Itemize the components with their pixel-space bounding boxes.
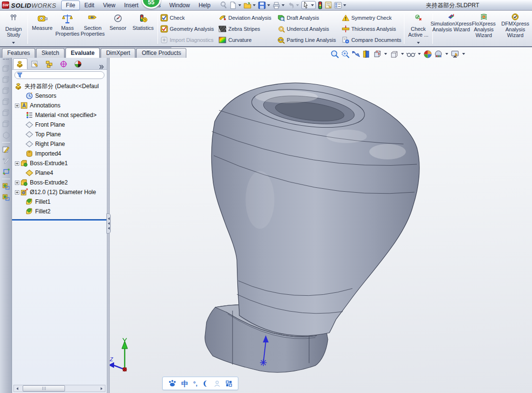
tree-item-material[interactable]: Material <not specified> xyxy=(12,110,107,120)
scroll-right-arrow[interactable] xyxy=(98,385,105,392)
check-button[interactable]: Check xyxy=(160,13,214,23)
curvature-button[interactable]: Curvature xyxy=(219,35,271,45)
file-properties-icon[interactable] xyxy=(324,1,333,9)
menu-view[interactable]: View xyxy=(99,1,120,10)
tab-sketch[interactable]: Sketch xyxy=(36,48,65,58)
panel-collapse-handle[interactable] xyxy=(106,213,111,234)
apply-scene-icon[interactable] xyxy=(434,50,443,59)
expand-toggle[interactable] xyxy=(15,104,19,108)
tree-item-boss-extrude1[interactable]: Boss-Extrude1 xyxy=(12,158,107,168)
ime-punctuation-toggle[interactable]: °, xyxy=(193,380,197,387)
tree-item-fillet1[interactable]: Fillet1 xyxy=(12,197,107,207)
thickness-analysis-button[interactable]: Thickness Analysis xyxy=(342,24,402,34)
view-orientation-icon[interactable] xyxy=(373,50,382,59)
tree-item-diameter-hole[interactable]: Ø12.0 (12) Diameter Hole xyxy=(12,187,107,197)
menu-insert[interactable]: Insert xyxy=(120,1,143,10)
edit-appearance-icon[interactable] xyxy=(423,50,432,59)
parting-line-analysis-button[interactable]: Parting Line Analysis xyxy=(277,35,336,45)
convert-entities-icon[interactable] xyxy=(2,182,10,190)
menu-help[interactable]: Help xyxy=(194,1,215,10)
section-view-icon[interactable] xyxy=(362,50,371,59)
ime-mode-toggle[interactable]: 中 xyxy=(182,380,189,387)
tree-item-right-plane[interactable]: Right Plane xyxy=(12,139,107,149)
menu-file[interactable]: File xyxy=(61,0,80,10)
hide-show-items-icon[interactable] xyxy=(406,50,415,59)
simulationxpress-wizard-button[interactable]: SimulationXpress Analysis Wizard xyxy=(434,12,468,45)
zoom-to-area-icon[interactable] xyxy=(341,50,350,59)
view-settings-icon[interactable] xyxy=(451,50,460,59)
measure-button[interactable]: Measure xyxy=(29,12,54,45)
tab-dimxpert[interactable]: DimXpert xyxy=(101,48,135,58)
tree-root-part[interactable]: 夹持器部分 (Default<<Defaul xyxy=(12,81,107,91)
floxpress-wizard-button[interactable]: FloXpress Analysis Wizard xyxy=(468,12,500,45)
compare-documents-button[interactable]: Compare Documents xyxy=(342,35,402,45)
panel-overflow-chevron[interactable] xyxy=(99,65,107,69)
tree-item-top-plane[interactable]: Top Plane xyxy=(12,130,107,139)
sketch-icon[interactable] xyxy=(2,145,10,154)
tab-property-manager[interactable] xyxy=(27,58,42,69)
section-properties-button[interactable]: Section Properties xyxy=(80,12,105,45)
tree-filter-input[interactable] xyxy=(14,71,104,79)
standard-view-cube-icon[interactable] xyxy=(2,98,10,106)
tree-item-boss-extrude2[interactable]: Boss-Extrude2 xyxy=(12,178,107,187)
mass-properties-button[interactable]: Mass Properties xyxy=(55,12,80,45)
design-study-button[interactable]: Design Study xyxy=(1,12,26,45)
convert-entities-icon[interactable] xyxy=(2,193,10,201)
tab-features[interactable]: Features xyxy=(2,48,35,58)
standard-view-cube-icon[interactable] xyxy=(2,65,10,73)
undercut-analysis-button[interactable]: Undercut Analysis xyxy=(277,24,336,34)
dfmxpress-wizard-button[interactable]: DFMXpress Analysis Wizard xyxy=(500,12,532,45)
menu-window[interactable]: Window xyxy=(165,1,195,10)
tab-evaluate[interactable]: Evaluate xyxy=(65,48,100,58)
sensor-button[interactable]: Sensor xyxy=(105,12,130,45)
standard-view-cube-icon[interactable] xyxy=(2,87,10,95)
expand-toggle[interactable] xyxy=(15,161,19,166)
select-tool-button[interactable] xyxy=(301,1,316,9)
previous-view-icon[interactable] xyxy=(351,50,361,59)
scroll-left-arrow[interactable] xyxy=(14,385,21,392)
tree-split-bar[interactable] xyxy=(12,219,107,221)
add-sketch-icon[interactable] xyxy=(2,157,10,165)
dock-grip[interactable] xyxy=(3,59,9,61)
rebuild-traffic-light-icon[interactable] xyxy=(317,1,323,9)
statistics-button[interactable]: Statistics xyxy=(130,12,156,45)
import-diagnostics-button[interactable]: Import Diagnostics xyxy=(160,35,214,45)
isometric-view-icon[interactable] xyxy=(2,131,10,139)
tab-office-products[interactable]: Office Products xyxy=(136,48,186,58)
panel-horizontal-scrollbar[interactable] xyxy=(13,385,105,392)
tree-item-front-plane[interactable]: Front Plane xyxy=(12,120,107,130)
pin-menu-icon[interactable] xyxy=(220,1,228,9)
tree-item-plane4[interactable]: Plane4 xyxy=(12,168,107,178)
scroll-thumb[interactable] xyxy=(23,385,65,392)
tab-featuremanager-tree[interactable] xyxy=(13,58,27,69)
check-active-button[interactable]: Check Active ... xyxy=(406,12,431,45)
ime-menu-grid-icon[interactable] xyxy=(225,380,233,387)
ime-moon-icon[interactable] xyxy=(202,380,209,387)
tab-display-manager[interactable] xyxy=(71,58,85,69)
ime-logo-paw-icon[interactable] xyxy=(168,380,177,387)
expand-toggle[interactable] xyxy=(15,190,19,195)
standard-view-cube-icon[interactable] xyxy=(2,76,10,84)
options-button[interactable] xyxy=(334,1,347,9)
expand-toggle[interactable] xyxy=(15,181,19,185)
deviation-analysis-button[interactable]: Deviation Analysis xyxy=(219,13,271,23)
standard-view-cube-icon[interactable] xyxy=(2,120,10,128)
zoom-to-fit-icon[interactable] xyxy=(330,50,339,59)
tab-dimxpert-manager[interactable] xyxy=(56,58,71,69)
hole-direction-arrow[interactable] xyxy=(257,334,271,367)
open-document-button[interactable] xyxy=(244,1,257,9)
undo-button[interactable] xyxy=(287,1,300,9)
route-icon[interactable] xyxy=(2,168,10,176)
tree-item-fillet2[interactable]: Fillet2 xyxy=(12,207,107,216)
standard-view-cube-icon[interactable] xyxy=(2,109,10,117)
symmetry-check-button[interactable]: Symmetry Check xyxy=(342,13,402,23)
display-style-icon[interactable] xyxy=(389,50,399,59)
ime-account-icon[interactable] xyxy=(214,380,221,387)
tree-item-sensors[interactable]: Sensors xyxy=(12,91,107,101)
zebra-stripes-button[interactable]: Zebra Stripes xyxy=(219,24,271,34)
tab-configuration-manager[interactable] xyxy=(42,58,56,69)
draft-analysis-button[interactable]: Draft Analysis xyxy=(277,13,336,23)
panel-splitter[interactable] xyxy=(107,47,110,393)
save-button[interactable] xyxy=(258,1,271,9)
tree-item-imported4[interactable]: Imported4 xyxy=(12,149,107,158)
